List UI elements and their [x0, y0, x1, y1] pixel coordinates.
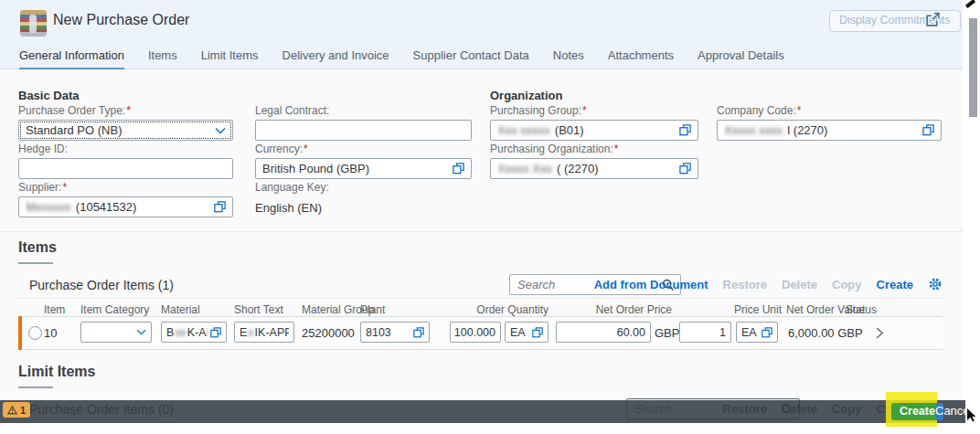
copy-button[interactable]: Copy: [832, 278, 862, 291]
row-warning-stripe: [18, 316, 22, 350]
organization-section-title: Organization: [490, 89, 562, 102]
share-icon[interactable]: [925, 12, 941, 27]
items-table-toolbar: Purchase Order Items (1) Add from Docume…: [18, 271, 943, 297]
col-item: Item: [44, 303, 65, 316]
company-code-value: l (2270): [787, 123, 827, 137]
section-title-underline: [18, 386, 53, 388]
purchase-order-type-label: Purchase Order Type:: [18, 104, 125, 117]
scrollbar-thumb[interactable]: [969, 18, 977, 117]
row-order-quantity-input[interactable]: 100.000: [450, 322, 501, 343]
currency-input[interactable]: British Pound (GBP): [255, 158, 472, 179]
row-price-currency: GBP: [655, 326, 679, 340]
row-quantity-unit-input[interactable]: EA: [505, 322, 549, 343]
row-material-input[interactable]: BxxK-APP: [161, 322, 227, 343]
row-short-text-input[interactable]: ExIK-APP-0(: [234, 322, 294, 343]
create-item-button[interactable]: Create: [877, 278, 913, 291]
purchasing-organization-label: Purchasing Organization:: [490, 143, 613, 155]
company-code-redacted-text: Xxxxx xxxx: [724, 123, 783, 137]
purchasing-organization-redacted-text: Xxxxx Xxx: [497, 162, 552, 175]
display-commitments-button[interactable]: Display Commitments: [829, 10, 961, 32]
col-material: Material: [161, 303, 200, 316]
shell-header: New Purchase Order Display Commitments G…: [0, 0, 963, 69]
value-help-icon[interactable]: [762, 327, 772, 338]
purchasing-organization-input[interactable]: Xxxxx Xxx( (2270): [490, 158, 698, 179]
bottom-margin: [0, 423, 980, 434]
row-select-radio[interactable]: [28, 326, 42, 340]
row-order-quantity-value: 100.000: [454, 326, 495, 339]
tab-notes[interactable]: Notes: [553, 48, 584, 70]
row-price-unit-input[interactable]: EA: [736, 322, 778, 343]
value-help-icon[interactable]: [679, 163, 691, 175]
purchasing-organization-field: Purchasing Organization:* Xxxxx Xxx( (22…: [490, 143, 698, 179]
row-net-order-price-input[interactable]: 60.00: [556, 322, 651, 343]
purchase-order-type-select[interactable]: Standard PO (NB): [18, 120, 233, 141]
purchasing-group-input[interactable]: Xxx xxxxx(B01): [490, 120, 698, 141]
hedge-id-input[interactable]: [18, 158, 233, 179]
purchasing-group-value: (B01): [555, 123, 584, 137]
required-marker: *: [614, 143, 619, 155]
footer-bar: [0, 400, 965, 423]
col-price-unit: Price Unit: [734, 303, 782, 316]
currency-field: Currency:* British Pound (GBP): [255, 143, 472, 179]
row-material-group: 25200000: [302, 326, 355, 340]
message-warning-badge[interactable]: 1: [3, 402, 30, 418]
supplier-label: Supplier:: [18, 181, 61, 194]
company-code-input[interactable]: Xxxxx xxxxl (2270): [717, 120, 942, 141]
purchasing-group-label: Purchasing Group:: [490, 104, 581, 117]
col-net-order-price: Net Order Price: [535, 303, 672, 316]
row-navigate-chevron-icon[interactable]: [876, 327, 883, 339]
row-quantity-unit-value: EA: [510, 326, 526, 339]
tab-general-information[interactable]: General Information: [19, 48, 124, 70]
chevron-down-icon: [215, 127, 226, 134]
currency-value: British Pound (GBP): [262, 162, 448, 175]
tab-delivery-and-invoice[interactable]: Delivery and Invoice: [282, 48, 389, 70]
required-marker: *: [126, 104, 131, 117]
restore-button[interactable]: Restore: [723, 278, 767, 291]
value-help-icon[interactable]: [532, 327, 543, 338]
tab-approval-details[interactable]: Approval Details: [698, 48, 784, 70]
chevron-down-icon: [136, 329, 146, 335]
section-divider: [0, 231, 963, 232]
col-status: Status: [846, 303, 877, 316]
value-help-icon[interactable]: [679, 124, 691, 136]
table-row[interactable]: 10 BxxK-APP ExIK-APP-0( 25200000 8103 10…: [18, 316, 943, 350]
row-item-category-select[interactable]: [80, 322, 152, 343]
row-plant-input[interactable]: 8103: [360, 322, 430, 343]
value-help-icon[interactable]: [413, 327, 424, 338]
row-material-prefix: B: [166, 326, 174, 339]
language-key-label: Language Key:: [255, 181, 472, 194]
mouse-cursor: [967, 408, 976, 422]
delete-button[interactable]: Delete: [782, 278, 817, 291]
tab-supplier-contact-data[interactable]: Supplier Contact Data: [413, 48, 529, 70]
col-plant: Plant: [360, 303, 385, 316]
tab-attachments[interactable]: Attachments: [608, 48, 674, 70]
row-net-order-price-value: 60.00: [617, 326, 645, 339]
hedge-id-field: Hedge ID:: [18, 143, 233, 179]
value-help-icon[interactable]: [922, 124, 934, 136]
warning-count: 1: [20, 405, 26, 416]
purchasing-group-redacted-text: Xxx xxxxx: [497, 123, 550, 137]
language-key-field: Language Key: English (EN): [255, 181, 472, 215]
warning-icon: [7, 406, 17, 415]
legal-contract-input[interactable]: [255, 120, 472, 141]
new-purchase-order-page: New Purchase Order Display Commitments G…: [0, 0, 980, 434]
row-short-text-suffix: IK-APP-0(: [255, 326, 289, 339]
legal-contract-field: Legal Contract:: [255, 104, 472, 141]
row-net-order-value: 6,000.00 GBP: [788, 326, 863, 340]
required-marker: *: [797, 104, 802, 117]
row-per-input[interactable]: 1: [679, 322, 731, 343]
items-section-title: Items: [18, 239, 57, 264]
value-help-icon[interactable]: [453, 163, 464, 175]
tab-items[interactable]: Items: [148, 48, 177, 70]
object-page-tabbar: General Information Items Limit Items De…: [19, 48, 784, 70]
settings-gear-icon[interactable]: [928, 277, 943, 291]
value-help-icon[interactable]: [210, 327, 221, 338]
value-help-icon[interactable]: [214, 201, 226, 213]
supplier-input[interactable]: Mxxxxxx(10541532): [18, 196, 233, 217]
row-short-text-prefix: E: [240, 326, 247, 339]
company-code-field: Company Code:* Xxxxx xxxxl (2270): [717, 104, 942, 141]
required-marker: *: [62, 181, 67, 194]
tab-limit-items[interactable]: Limit Items: [201, 48, 259, 70]
add-from-document-button[interactable]: Add from Document: [594, 278, 708, 291]
row-material-suffix: K-APP: [187, 326, 208, 339]
